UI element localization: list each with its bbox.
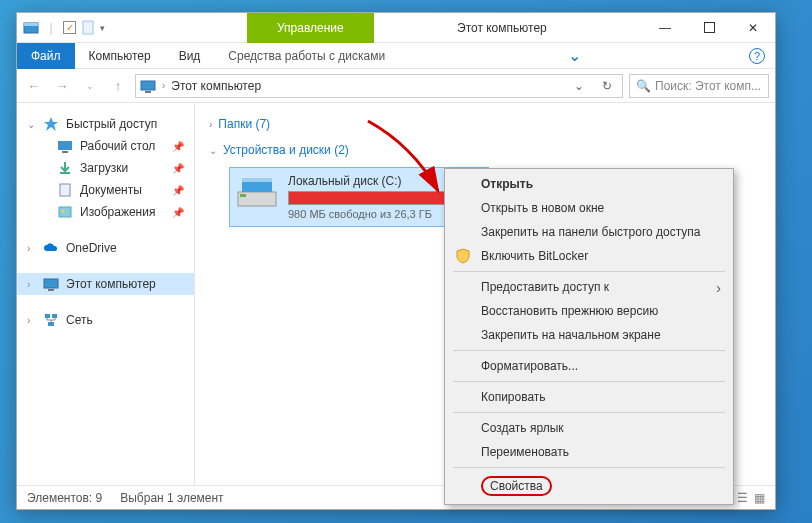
separator: [453, 271, 725, 272]
refresh-icon[interactable]: ↻: [596, 79, 618, 93]
up-button[interactable]: ↑: [107, 75, 129, 97]
ctx-properties[interactable]: Свойства: [447, 471, 731, 501]
sidebar-pictures[interactable]: Изображения 📌: [17, 201, 194, 223]
label: OneDrive: [66, 241, 117, 255]
chevron-right-icon[interactable]: ›: [27, 279, 30, 290]
ctx-format[interactable]: Форматировать...: [447, 354, 731, 378]
ctx-copy[interactable]: Копировать: [447, 385, 731, 409]
checkbox-icon[interactable]: ✓: [63, 21, 76, 34]
forward-button[interactable]: →: [51, 75, 73, 97]
svg-rect-1: [24, 23, 38, 26]
chevron-right-icon[interactable]: ›: [27, 315, 30, 326]
ctx-bitlocker[interactable]: Включить BitLocker: [447, 244, 731, 268]
sidebar-quick-access[interactable]: ⌄ Быстрый доступ: [17, 113, 194, 135]
maximize-button[interactable]: [687, 13, 731, 43]
tab-view[interactable]: Вид: [165, 43, 215, 69]
address-text: Этот компьютер: [171, 79, 562, 93]
ctx-open-new-window[interactable]: Открыть в новом окне: [447, 196, 731, 220]
tab-computer[interactable]: Компьютер: [75, 43, 165, 69]
separator: [453, 381, 725, 382]
svg-rect-8: [62, 151, 68, 153]
label: Рабочий стол: [80, 139, 155, 153]
explorer-icon: [23, 20, 39, 36]
section-label: Устройства и диски (2): [223, 143, 349, 157]
ctx-rename[interactable]: Переименовать: [447, 440, 731, 464]
svg-rect-3: [704, 23, 714, 33]
search-icon: 🔍: [636, 79, 651, 93]
ctx-restore-version[interactable]: Восстановить прежнюю версию: [447, 299, 731, 323]
svg-marker-6: [44, 117, 58, 131]
sidebar-desktop[interactable]: Рабочий стол 📌: [17, 135, 194, 157]
svg-rect-4: [141, 81, 155, 90]
pin-icon: 📌: [172, 207, 184, 218]
minimize-button[interactable]: ―: [643, 13, 687, 43]
chevron-down-icon[interactable]: ⌄: [209, 145, 217, 156]
svg-rect-9: [60, 184, 70, 196]
svg-rect-2: [83, 21, 93, 34]
selection-count: Выбран 1 элемент: [120, 491, 223, 505]
svg-rect-20: [242, 178, 272, 182]
recent-dropdown-icon[interactable]: ⌄: [79, 75, 101, 97]
chevron-right-icon[interactable]: ›: [209, 119, 212, 130]
breadcrumb-chevron-icon[interactable]: ›: [162, 80, 165, 91]
ctx-open[interactable]: Открыть: [447, 172, 731, 196]
label: Этот компьютер: [66, 277, 156, 291]
ribbon-expand-icon[interactable]: ⌄: [556, 46, 593, 65]
item-count: Элементов: 9: [27, 491, 102, 505]
quick-access-toolbar: | ✓ ▾: [17, 20, 111, 36]
help-icon[interactable]: ?: [749, 48, 765, 64]
search-input[interactable]: 🔍 Поиск: Этот комп...: [629, 74, 769, 98]
manage-tab[interactable]: Управление: [247, 13, 374, 43]
tab-file[interactable]: Файл: [17, 43, 75, 69]
sidebar-onedrive[interactable]: › OneDrive: [17, 237, 194, 259]
separator: [453, 350, 725, 351]
navigation-pane: ⌄ Быстрый доступ Рабочий стол 📌 Загрузки…: [17, 103, 195, 485]
pin-icon: 📌: [172, 185, 184, 196]
document-icon[interactable]: [80, 20, 96, 36]
back-button[interactable]: ←: [23, 75, 45, 97]
pictures-icon: [57, 204, 73, 220]
svg-rect-13: [48, 289, 54, 291]
address-dropdown-icon[interactable]: ⌄: [568, 79, 590, 93]
pc-icon: [43, 276, 59, 292]
label: Документы: [80, 183, 142, 197]
sidebar-network[interactable]: › Сеть: [17, 309, 194, 331]
shield-icon: [455, 248, 471, 264]
tiles-view-icon[interactable]: ▦: [754, 491, 765, 505]
ctx-pin-quick-access[interactable]: Закрепить на панели быстрого доступа: [447, 220, 731, 244]
close-button[interactable]: ✕: [731, 13, 775, 43]
ctx-share[interactable]: Предоставить доступ к: [447, 275, 731, 299]
ctx-create-shortcut[interactable]: Создать ярлык: [447, 416, 731, 440]
navigation-bar: ← → ⌄ ↑ › Этот компьютер ⌄ ↻ 🔍 Поиск: Эт…: [17, 69, 775, 103]
section-label: Папки (7): [218, 117, 270, 131]
dropdown-icon[interactable]: ▾: [100, 23, 105, 33]
window-title: Этот компьютер: [457, 21, 547, 35]
section-devices[interactable]: ⌄ Устройства и диски (2): [209, 137, 761, 163]
chevron-right-icon[interactable]: ›: [27, 243, 30, 254]
svg-point-11: [62, 210, 65, 213]
context-menu: Открыть Открыть в новом окне Закрепить н…: [444, 168, 734, 505]
label: Сеть: [66, 313, 93, 327]
network-icon: [43, 312, 59, 328]
tab-drive-tools[interactable]: Средства работы с дисками: [214, 43, 399, 69]
pc-icon: [140, 78, 156, 94]
pin-icon: 📌: [172, 163, 184, 174]
details-view-icon[interactable]: ☰: [737, 491, 748, 505]
ribbon-tabs: Файл Компьютер Вид Средства работы с дис…: [17, 43, 775, 69]
cloud-icon: [43, 240, 59, 256]
svg-rect-15: [52, 314, 57, 318]
sidebar-this-pc[interactable]: › Этот компьютер: [17, 273, 194, 295]
address-bar[interactable]: › Этот компьютер ⌄ ↻: [135, 74, 623, 98]
label: Загрузки: [80, 161, 128, 175]
label: Изображения: [80, 205, 155, 219]
chevron-down-icon[interactable]: ⌄: [27, 119, 35, 130]
ctx-pin-start[interactable]: Закрепить на начальном экране: [447, 323, 731, 347]
section-folders[interactable]: › Папки (7): [209, 111, 761, 137]
svg-rect-7: [58, 141, 72, 150]
sidebar-downloads[interactable]: Загрузки 📌: [17, 157, 194, 179]
desktop-icon: [57, 138, 73, 154]
capacity-bar: [288, 191, 458, 205]
separator: [453, 467, 725, 468]
label: Быстрый доступ: [66, 117, 157, 131]
sidebar-documents[interactable]: Документы 📌: [17, 179, 194, 201]
